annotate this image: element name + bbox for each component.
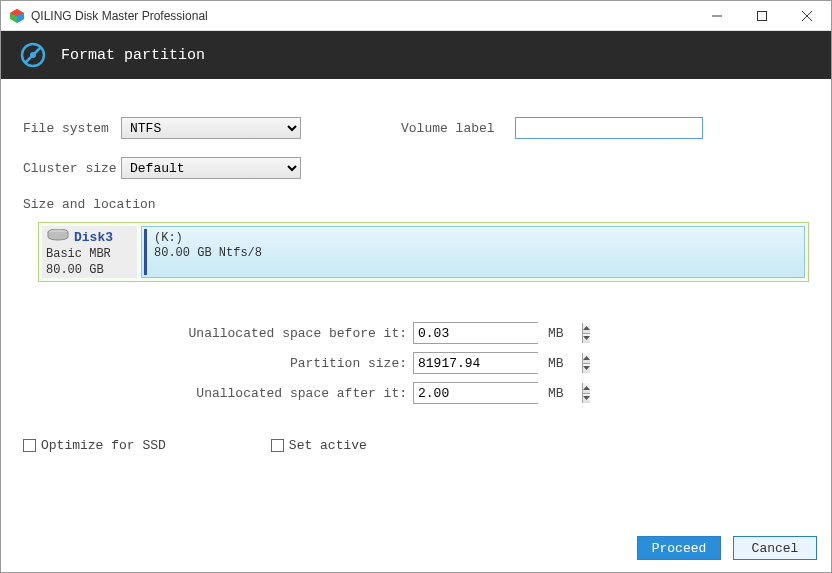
- unit-label: MB: [548, 326, 564, 341]
- minimize-button[interactable]: [694, 1, 739, 30]
- set-active-label: Set active: [289, 438, 367, 453]
- unit-label: MB: [548, 386, 564, 401]
- maximize-button[interactable]: [739, 1, 784, 30]
- partition-drive: (K:): [150, 231, 796, 246]
- footer: Proceed Cancel: [1, 530, 831, 572]
- spinner-up-icon[interactable]: [583, 383, 590, 394]
- filesystem-label: File system: [23, 121, 121, 136]
- spinner-down-icon[interactable]: [583, 394, 590, 404]
- optimize-ssd-checkbox[interactable]: Optimize for SSD: [23, 438, 166, 453]
- svg-line-9: [25, 47, 41, 63]
- svg-marker-14: [583, 366, 590, 370]
- checkbox-icon: [271, 439, 284, 452]
- disk-name: Disk3: [46, 229, 133, 246]
- cluster-size-label: Cluster size: [23, 161, 121, 176]
- svg-marker-11: [583, 326, 590, 330]
- svg-rect-4: [757, 11, 766, 20]
- checkbox-icon: [23, 439, 36, 452]
- unalloc-after-input[interactable]: [413, 382, 538, 404]
- content-area: File system NTFS Volume label Cluster si…: [1, 79, 831, 530]
- close-button[interactable]: [784, 1, 829, 30]
- svg-marker-12: [583, 336, 590, 340]
- spinner-down-icon[interactable]: [583, 364, 590, 374]
- disk-info: Disk3 Basic MBR 80.00 GB: [42, 226, 137, 278]
- partition-size-label: Partition size:: [23, 356, 413, 371]
- cluster-size-select[interactable]: Default: [121, 157, 301, 179]
- format-partition-icon: [19, 41, 47, 69]
- page-title: Format partition: [61, 47, 205, 64]
- optimize-ssd-label: Optimize for SSD: [41, 438, 166, 453]
- partition-desc: 80.00 GB Ntfs/8: [150, 246, 796, 261]
- svg-marker-13: [583, 356, 590, 360]
- spinner-up-icon[interactable]: [583, 323, 590, 334]
- unalloc-before-input[interactable]: [413, 322, 538, 344]
- partition-block[interactable]: (K:) 80.00 GB Ntfs/8: [141, 226, 805, 278]
- disk-type: Basic MBR: [46, 246, 133, 262]
- volume-label-label: Volume label: [401, 121, 505, 136]
- set-active-checkbox[interactable]: Set active: [271, 438, 367, 453]
- filesystem-select[interactable]: NTFS: [121, 117, 301, 139]
- volume-label-input[interactable]: [515, 117, 703, 139]
- partition-size-input[interactable]: [413, 352, 538, 374]
- svg-marker-15: [583, 386, 590, 390]
- unit-label: MB: [548, 356, 564, 371]
- spinner-down-icon[interactable]: [583, 334, 590, 344]
- disk-size: 80.00 GB: [46, 262, 133, 278]
- unalloc-before-label: Unallocated space before it:: [23, 326, 413, 341]
- unalloc-after-label: Unallocated space after it:: [23, 386, 413, 401]
- cancel-button[interactable]: Cancel: [733, 536, 817, 560]
- header-band: Format partition: [1, 31, 831, 79]
- disk-map: Disk3 Basic MBR 80.00 GB (K:) 80.00 GB N…: [38, 222, 809, 282]
- app-title: QILING Disk Master Professional: [31, 9, 694, 23]
- app-icon: [9, 8, 25, 24]
- spinner-up-icon[interactable]: [583, 353, 590, 364]
- svg-marker-16: [583, 396, 590, 400]
- proceed-button[interactable]: Proceed: [637, 536, 721, 560]
- size-location-label: Size and location: [23, 197, 809, 212]
- disk-icon: [46, 229, 70, 246]
- titlebar: QILING Disk Master Professional: [1, 1, 831, 31]
